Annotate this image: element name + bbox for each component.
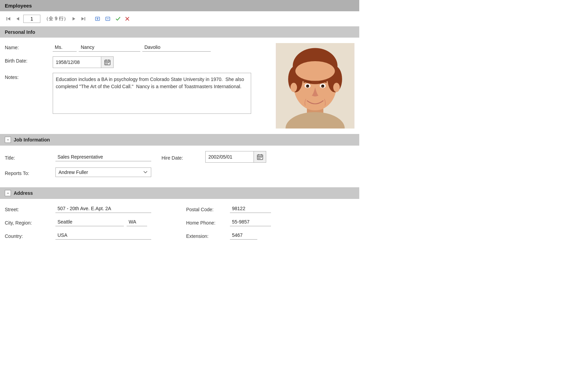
svg-point-36 (322, 85, 324, 87)
svg-marker-3 (73, 17, 75, 21)
job-title-input[interactable] (55, 153, 151, 161)
personal-info-label: Personal Info (5, 29, 35, 35)
address-collapse-button[interactable]: − (5, 190, 11, 196)
address-section-header: − Address (0, 187, 359, 199)
notes-label: Notes: (5, 73, 53, 80)
hire-date-wrapper (205, 151, 266, 163)
extension-label: Extension: (186, 232, 227, 239)
svg-rect-17 (105, 62, 106, 63)
record-number-input[interactable] (23, 15, 40, 23)
first-record-button[interactable] (5, 16, 12, 22)
employee-photo (276, 43, 354, 129)
last-name-input[interactable] (142, 43, 211, 52)
svg-rect-47 (259, 158, 260, 159)
last-record-button[interactable] (79, 16, 87, 22)
street-label: Street: (5, 205, 53, 212)
notes-textarea[interactable]: Education includes a BA in psychology fr… (53, 73, 251, 114)
svg-rect-18 (107, 62, 108, 63)
address-section: Street: Postal Code: City, Region: Home … (0, 199, 359, 250)
svg-marker-2 (16, 17, 19, 21)
birth-date-input[interactable] (53, 58, 101, 67)
salutation-input[interactable] (53, 43, 77, 52)
birth-date-row: Birth Date: (5, 56, 269, 68)
name-label: Name: (5, 43, 53, 50)
job-information-label: Job Information (14, 137, 50, 143)
svg-rect-5 (85, 17, 85, 21)
hire-date-label: Hire Date: (161, 153, 203, 161)
birth-date-label: Birth Date: (5, 56, 53, 64)
reports-to-label: Reports To: (5, 169, 53, 176)
app-title: Employees (0, 0, 359, 11)
city-input[interactable] (55, 218, 124, 226)
notes-row: Notes: Education includes a BA in psycho… (5, 73, 269, 114)
region-input[interactable] (127, 218, 147, 226)
svg-marker-4 (81, 17, 84, 21)
personal-info-section: Name: Birth Date: (0, 38, 359, 134)
next-record-button[interactable] (70, 16, 77, 22)
first-name-input[interactable] (79, 43, 140, 52)
name-row: Name: (5, 43, 269, 52)
hire-date-calendar-button[interactable] (254, 151, 266, 162)
svg-rect-45 (261, 157, 262, 158)
reports-to-select[interactable]: Andrew Fuller Steven Buchanan Janet Leve… (55, 167, 151, 177)
svg-marker-1 (8, 17, 10, 21)
save-button[interactable] (114, 16, 122, 22)
cancel-button[interactable] (124, 16, 131, 22)
job-title-row: Title: Hire Date: (5, 151, 354, 163)
svg-rect-20 (105, 64, 106, 64)
birth-date-calendar-button[interactable] (101, 57, 113, 68)
svg-rect-19 (108, 62, 109, 63)
reports-to-row: Reports To: Andrew Fuller Steven Buchana… (5, 167, 354, 177)
address-label: Address (14, 190, 33, 196)
svg-rect-0 (7, 17, 7, 21)
job-information-collapse-button[interactable]: − (5, 137, 11, 143)
delete-record-button[interactable] (104, 15, 112, 22)
svg-point-30 (295, 61, 335, 81)
svg-point-37 (290, 83, 297, 92)
country-input[interactable] (55, 231, 151, 240)
home-phone-input[interactable] (230, 218, 271, 226)
svg-rect-46 (258, 158, 259, 159)
svg-point-35 (307, 85, 309, 87)
home-phone-label: Home Phone: (186, 218, 227, 226)
nav-toolbar: （全 9 行） (0, 11, 359, 27)
total-records-label: （全 9 行） (44, 16, 68, 22)
hire-date-input[interactable] (206, 152, 254, 161)
new-record-button[interactable] (94, 15, 102, 22)
svg-rect-43 (258, 157, 259, 158)
birth-date-wrapper (53, 56, 114, 68)
personal-info-section-header: Personal Info (0, 27, 359, 38)
street-row: Street: Postal Code: (5, 204, 354, 213)
job-information-section-header: − Job Information (0, 134, 359, 146)
country-label: Country: (5, 232, 53, 239)
svg-point-38 (333, 83, 340, 92)
svg-rect-21 (107, 64, 108, 64)
job-information-section: Title: Hire Date: (0, 146, 359, 187)
svg-rect-44 (259, 157, 260, 158)
postal-code-input[interactable] (230, 204, 271, 213)
city-region-row: City, Region: Home Phone: (5, 218, 354, 226)
prev-record-button[interactable] (14, 16, 21, 22)
country-row: Country: Extension: (5, 231, 354, 240)
title-label: Title: (5, 153, 53, 161)
street-input[interactable] (55, 204, 151, 213)
postal-code-label: Postal Code: (186, 205, 227, 212)
city-region-label: City, Region: (5, 218, 53, 226)
extension-input[interactable] (230, 231, 257, 240)
